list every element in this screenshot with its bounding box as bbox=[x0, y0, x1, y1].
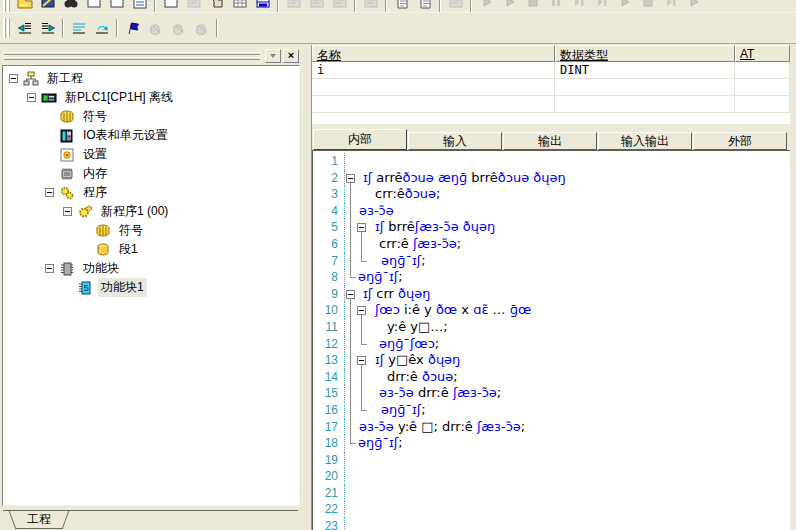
tree-item-programs[interactable]: 程序 bbox=[3, 183, 299, 202]
column-header-2[interactable]: 数据类型 bbox=[555, 45, 735, 62]
toolbar-grip[interactable] bbox=[3, 0, 10, 13]
keyword-token: əŋɡ̄ˉɪʃ bbox=[358, 435, 398, 450]
code-line[interactable]: 12əŋɡ̄ˉʃœɔ; bbox=[313, 336, 790, 353]
fb-tab-1[interactable]: 内部 bbox=[313, 129, 407, 150]
code-line[interactable]: 15əɜ-ɔ̃ə drr:ê ʃæɜ-ɔ̃ə; bbox=[313, 385, 790, 402]
code-line[interactable]: 4əɜ-ɔ̃ə bbox=[313, 203, 790, 220]
table-cell[interactable] bbox=[735, 96, 790, 112]
fold-line bbox=[350, 385, 351, 402]
code-line[interactable]: 11y:ê y□…; bbox=[313, 319, 790, 336]
code-line[interactable]: 3crr:êðɔuə; bbox=[313, 186, 790, 203]
table-cell[interactable] bbox=[555, 96, 735, 112]
grayed-icon-2 bbox=[359, 0, 382, 13]
tree-expander-icon[interactable] bbox=[45, 188, 54, 197]
tree-expander-icon[interactable] bbox=[45, 264, 54, 273]
tree-item-function-blocks[interactable]: 功能块 bbox=[3, 259, 299, 278]
code-line[interactable]: 20 bbox=[313, 468, 790, 485]
table-cell[interactable]: i bbox=[312, 62, 555, 78]
report-icon-1[interactable] bbox=[390, 0, 413, 13]
tree-expander-icon[interactable] bbox=[9, 74, 18, 83]
workspace-close-button[interactable]: × bbox=[283, 49, 299, 63]
tree-item-symbols[interactable]: 符号 bbox=[3, 107, 299, 126]
fb-tab-2[interactable]: 输入 bbox=[408, 132, 502, 150]
code-line[interactable]: 5ɪʃ brrêʃæɜ-ɔ̃ə ðųəŋ bbox=[313, 219, 790, 236]
open-folder-icon[interactable] bbox=[13, 0, 36, 13]
monitor-icon-2 bbox=[305, 0, 328, 13]
list-view-icon[interactable] bbox=[128, 0, 151, 13]
table-cell[interactable] bbox=[312, 79, 555, 95]
code-line[interactable]: 23 bbox=[313, 518, 790, 530]
compile-icon[interactable] bbox=[36, 0, 59, 13]
indent-increase-icon[interactable] bbox=[36, 17, 59, 39]
tab-project[interactable]: 工程 bbox=[18, 511, 60, 529]
code-line[interactable]: 18əŋɡ̄ˉɪʃ; bbox=[313, 435, 790, 452]
fb-tab-4[interactable]: 输入输出 bbox=[598, 132, 692, 150]
tree-item-memory[interactable]: 内存 bbox=[3, 164, 299, 183]
code-line[interactable]: 10ʃœɔ i:ê y ðœ x ɑɛ̃ … ɡ̄œ bbox=[313, 302, 790, 319]
code-line[interactable]: 21 bbox=[313, 485, 790, 502]
table-cell[interactable] bbox=[735, 62, 790, 78]
fold-box-icon[interactable] bbox=[346, 174, 355, 183]
code-line[interactable]: 7əŋɡ̄ˉɪʃ; bbox=[313, 253, 790, 270]
code-line[interactable]: 17əɜ-ɔ̃ə y:ê □; drr:ê ʃæɜ-ɔ̃ə; bbox=[313, 419, 790, 436]
table-cell[interactable] bbox=[555, 79, 735, 95]
panel-splitter[interactable] bbox=[302, 45, 311, 530]
code-line[interactable]: 8əŋɡ̄ˉɪʃ; bbox=[313, 269, 790, 286]
grid-icon[interactable] bbox=[228, 0, 251, 13]
debug-step-over-icon bbox=[590, 0, 613, 13]
code-line[interactable]: 14drr:ê ðɔuə; bbox=[313, 369, 790, 386]
code-line[interactable]: 22 bbox=[313, 501, 790, 518]
tree-item-section1[interactable]: 段1 bbox=[3, 240, 299, 259]
fold-box-icon[interactable] bbox=[357, 356, 366, 365]
align-lines-icon[interactable] bbox=[67, 17, 90, 39]
toolbar-separator bbox=[439, 0, 441, 13]
fold-line bbox=[350, 419, 351, 436]
code-line[interactable]: 19 bbox=[313, 452, 790, 469]
code-line[interactable]: 9ɪʃ crr ðųəŋ bbox=[313, 286, 790, 303]
fold-box-icon[interactable] bbox=[346, 290, 355, 299]
st-editor[interactable]: 12ɪʃ arrêðɔuə æŋɡ̄ brrêðɔuə ðųəŋ3crr:êðɔ… bbox=[312, 150, 790, 530]
tree-item-new-project[interactable]: 新工程 bbox=[3, 69, 299, 88]
column-header-1[interactable]: 名称 bbox=[312, 45, 555, 62]
indent-decrease-icon[interactable] bbox=[13, 17, 36, 39]
code-content: ʃœɔ i:ê y ðœ x ɑɛ̃ … ɡ̄œ bbox=[345, 302, 790, 319]
tree-item-label: 功能块 bbox=[80, 259, 122, 278]
window-icon[interactable] bbox=[105, 0, 128, 13]
tree-item-new-plc1[interactable]: 新PLC1[CP1H] 离线 bbox=[3, 88, 299, 107]
table-cell[interactable] bbox=[735, 79, 790, 95]
column-header-3[interactable]: AT bbox=[735, 45, 790, 62]
tree-item-new-program1[interactable]: 新程序1 (00) bbox=[3, 202, 299, 221]
tree-item-settings[interactable]: 设置 bbox=[3, 145, 299, 164]
tree-item-program-symbols[interactable]: 符号 bbox=[3, 221, 299, 240]
tree-item-label: 程序 bbox=[80, 183, 110, 202]
data-grid-icon[interactable] bbox=[251, 0, 274, 13]
table-cell[interactable] bbox=[312, 96, 555, 112]
cascade-window-icon[interactable] bbox=[82, 0, 105, 13]
code-content bbox=[345, 485, 790, 502]
table-cell[interactable]: DINT bbox=[555, 62, 735, 78]
tree-item-function-block1[interactable]: 5功能块1 bbox=[3, 278, 299, 297]
new-window-icon[interactable] bbox=[159, 0, 182, 13]
code-line[interactable]: 2ɪʃ arrêðɔuə æŋɡ̄ brrêðɔuə ðųəŋ bbox=[313, 170, 790, 187]
code-text: əŋɡ̄ˉʃœɔ; bbox=[379, 336, 439, 353]
find-icon[interactable] bbox=[59, 0, 82, 13]
report-icon-2[interactable] bbox=[413, 0, 436, 13]
keyword-token: ðœ bbox=[436, 302, 457, 317]
fb-tab-5[interactable]: 外部 bbox=[693, 132, 787, 150]
fold-box-icon[interactable] bbox=[357, 306, 366, 315]
code-line[interactable]: 1 bbox=[313, 153, 790, 170]
tree-item-io-table[interactable]: IO表和单元设置 bbox=[3, 126, 299, 145]
workspace-dropdown-button[interactable] bbox=[265, 49, 281, 63]
fb-tab-3[interactable]: 输出 bbox=[503, 132, 597, 150]
code-line[interactable]: 16əŋɡ̄ˉɪʃ; bbox=[313, 402, 790, 419]
code-line[interactable]: 6crr:ê ʃæɜ-ɔ̃ə; bbox=[313, 236, 790, 253]
toolbar-grip[interactable] bbox=[3, 18, 10, 38]
pointer-icon[interactable] bbox=[205, 0, 228, 13]
tree-expander-icon[interactable] bbox=[63, 207, 72, 216]
code-line[interactable]: 13ɪʃ y□êx ðųəŋ bbox=[313, 352, 790, 369]
realign-icon[interactable] bbox=[90, 17, 113, 39]
tree-expander-icon[interactable] bbox=[27, 93, 36, 102]
fold-box-icon[interactable] bbox=[357, 223, 366, 232]
bookmark-icon[interactable] bbox=[121, 17, 144, 39]
drag-handle[interactable] bbox=[4, 52, 263, 60]
